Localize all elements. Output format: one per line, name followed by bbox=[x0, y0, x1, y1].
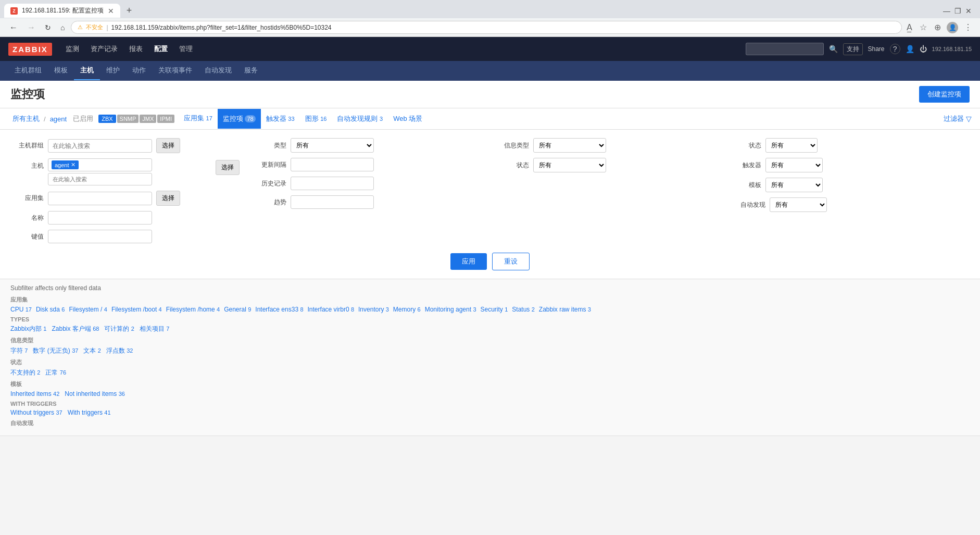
sub-nav-services[interactable]: 服务 bbox=[238, 61, 264, 80]
type-zabbix-internal[interactable]: Zabbix内部 1 bbox=[10, 325, 46, 333]
type-select[interactable]: 所有 bbox=[291, 138, 374, 153]
app-inventory[interactable]: Inventory 3 bbox=[358, 306, 389, 313]
help-icon[interactable]: ? bbox=[890, 44, 900, 54]
sub-nav-hosts[interactable]: 主机 bbox=[74, 61, 100, 80]
app-memory[interactable]: Memory 6 bbox=[393, 306, 421, 313]
host-tag-remove[interactable]: ✕ bbox=[71, 161, 76, 168]
tab-triggers[interactable]: 触发器 33 bbox=[261, 109, 300, 129]
back-button[interactable]: ← bbox=[6, 21, 21, 34]
nav-assets[interactable]: 资产记录 bbox=[85, 41, 123, 57]
info-type-float[interactable]: 浮点数 32 bbox=[106, 346, 133, 355]
app-select-btn[interactable]: 选择 bbox=[156, 191, 180, 206]
power-icon[interactable]: ⏻ bbox=[920, 45, 927, 53]
tag-jmx[interactable]: JMX bbox=[140, 115, 156, 123]
sub-nav-actions[interactable]: 动作 bbox=[126, 61, 152, 80]
app-input[interactable] bbox=[48, 192, 152, 205]
sub-nav-maintenance[interactable]: 维护 bbox=[100, 61, 126, 80]
home-button[interactable]: ⌂ bbox=[57, 22, 68, 33]
translate-icon[interactable]: A̲ bbox=[905, 21, 914, 34]
app-zabbix-raw[interactable]: Zabbix raw items 3 bbox=[539, 306, 591, 313]
template-select[interactable]: 所有 bbox=[765, 178, 823, 192]
header-search[interactable] bbox=[746, 43, 824, 55]
status-unsupported[interactable]: 不支持的 2 bbox=[10, 368, 40, 377]
tab-close[interactable]: ✕ bbox=[108, 7, 114, 15]
reset-button[interactable]: 重设 bbox=[492, 253, 530, 270]
close-window-button[interactable]: ✕ bbox=[965, 7, 972, 15]
app-security[interactable]: Security 1 bbox=[481, 306, 508, 313]
sub-nav-event-correlation[interactable]: 关联项事件 bbox=[152, 61, 198, 80]
search-icon[interactable]: 🔍 bbox=[829, 45, 838, 53]
sub-nav-discovery[interactable]: 自动发现 bbox=[198, 61, 238, 80]
autodiscovery-select[interactable]: 所有 bbox=[770, 197, 827, 212]
tab-app-sets[interactable]: 应用集 17 bbox=[179, 108, 218, 129]
create-item-button[interactable]: 创建监控项 bbox=[919, 86, 970, 103]
forward-button[interactable]: → bbox=[24, 21, 39, 34]
template-not-inherited[interactable]: Not inherited items 36 bbox=[65, 390, 125, 397]
host-tag-box[interactable]: agent ✕ bbox=[48, 158, 152, 171]
sub-nav-host-groups[interactable]: 主机群组 bbox=[8, 61, 48, 80]
history-input[interactable] bbox=[291, 177, 374, 190]
tag-zbx[interactable]: ZBX bbox=[98, 115, 116, 123]
host-group-select-btn[interactable]: 选择 bbox=[156, 138, 180, 153]
tag-snmp[interactable]: SNMP bbox=[117, 115, 139, 123]
update-interval-input[interactable] bbox=[291, 158, 374, 171]
app-status[interactable]: Status 2 bbox=[512, 306, 534, 313]
sub-nav-templates[interactable]: 模板 bbox=[48, 61, 74, 80]
nav-admin[interactable]: 管理 bbox=[174, 41, 198, 57]
new-tab-button[interactable]: + bbox=[122, 3, 136, 18]
account-icon[interactable]: 👤 bbox=[947, 22, 958, 33]
info-type-char[interactable]: 字符 7 bbox=[10, 346, 28, 355]
host-select-btn[interactable]: 选择 bbox=[216, 160, 240, 175]
app-interface-virbr0[interactable]: Interface virbr0 8 bbox=[308, 306, 355, 313]
url-bar[interactable]: ⚠ 不安全 | 192.168.181.159/zabbix/items.php… bbox=[71, 21, 902, 34]
breadcrumb-all-hosts[interactable]: 所有主机 bbox=[8, 109, 44, 129]
menu-icon[interactable]: ⋮ bbox=[962, 21, 974, 34]
nav-reports[interactable]: 报表 bbox=[124, 41, 148, 57]
maximize-button[interactable]: ❐ bbox=[954, 7, 961, 15]
app-interface-ens33[interactable]: Interface ens33 8 bbox=[255, 306, 303, 313]
app-filesystem-boot[interactable]: Filesystem /boot 4 bbox=[111, 306, 162, 313]
without-triggers[interactable]: Without triggers 37 bbox=[10, 409, 62, 416]
info-type-numeric[interactable]: 数字 (无正负) 37 bbox=[33, 346, 78, 355]
info-type-select[interactable]: 所有 bbox=[533, 138, 606, 153]
tab-graphs[interactable]: 图形 16 bbox=[300, 109, 332, 129]
support-link[interactable]: 支持 bbox=[843, 43, 863, 55]
bookmark-icon[interactable]: ☆ bbox=[918, 21, 928, 34]
host-search-input[interactable] bbox=[48, 173, 152, 185]
tab-discovery-rules[interactable]: 自动发现规则 3 bbox=[332, 109, 388, 129]
app-cpu[interactable]: CPU 17 bbox=[10, 306, 32, 313]
status2-select[interactable]: 所有 bbox=[765, 138, 818, 153]
status1-select[interactable]: 所有 bbox=[533, 158, 606, 172]
browser-tab[interactable]: Z 192.168.181.159: 配置监控项 ✕ bbox=[4, 4, 120, 18]
type-dependent[interactable]: 相关项目 7 bbox=[140, 325, 169, 333]
template-inherited[interactable]: Inherited items 42 bbox=[10, 390, 59, 397]
trigger-select[interactable]: 所有 bbox=[765, 158, 823, 172]
tag-ipmi[interactable]: IPMI bbox=[157, 115, 174, 123]
extension-icon[interactable]: ⊕ bbox=[933, 21, 943, 34]
user-icon[interactable]: 👤 bbox=[906, 45, 914, 53]
key-input[interactable] bbox=[48, 230, 152, 243]
nav-config[interactable]: 配置 bbox=[149, 41, 173, 57]
zabbix-logo[interactable]: ZABBIX bbox=[8, 43, 52, 56]
name-input[interactable] bbox=[48, 211, 152, 225]
filter-toggle[interactable]: 过滤器 ▽ bbox=[944, 114, 972, 123]
app-filesystem-home[interactable]: Filesystem /home 4 bbox=[166, 306, 220, 313]
share-link[interactable]: Share bbox=[868, 45, 885, 53]
nav-monitor[interactable]: 监测 bbox=[60, 41, 84, 57]
tab-items[interactable]: 监控项 78 bbox=[218, 109, 261, 129]
app-disk-sda[interactable]: Disk sda 6 bbox=[36, 306, 65, 313]
info-type-text[interactable]: 文本 2 bbox=[83, 346, 100, 355]
minimize-button[interactable]: — bbox=[943, 7, 950, 15]
type-calculated[interactable]: 可计算的 2 bbox=[104, 325, 134, 333]
host-group-input[interactable] bbox=[48, 139, 152, 153]
app-monitoring-agent[interactable]: Monitoring agent 3 bbox=[425, 306, 476, 313]
type-zabbix-agent[interactable]: Zabbix 客户端 68 bbox=[52, 325, 99, 333]
with-triggers[interactable]: With triggers 41 bbox=[68, 409, 111, 416]
refresh-button[interactable]: ↻ bbox=[42, 22, 54, 33]
app-general[interactable]: General 9 bbox=[224, 306, 251, 313]
status-normal[interactable]: 正常 76 bbox=[45, 368, 66, 377]
trend-input[interactable] bbox=[291, 195, 374, 209]
breadcrumb-host[interactable]: agent bbox=[46, 110, 71, 128]
app-filesystem[interactable]: Filesystem / 4 bbox=[69, 306, 107, 313]
tab-web-scenarios[interactable]: Web 场景 bbox=[388, 109, 428, 129]
